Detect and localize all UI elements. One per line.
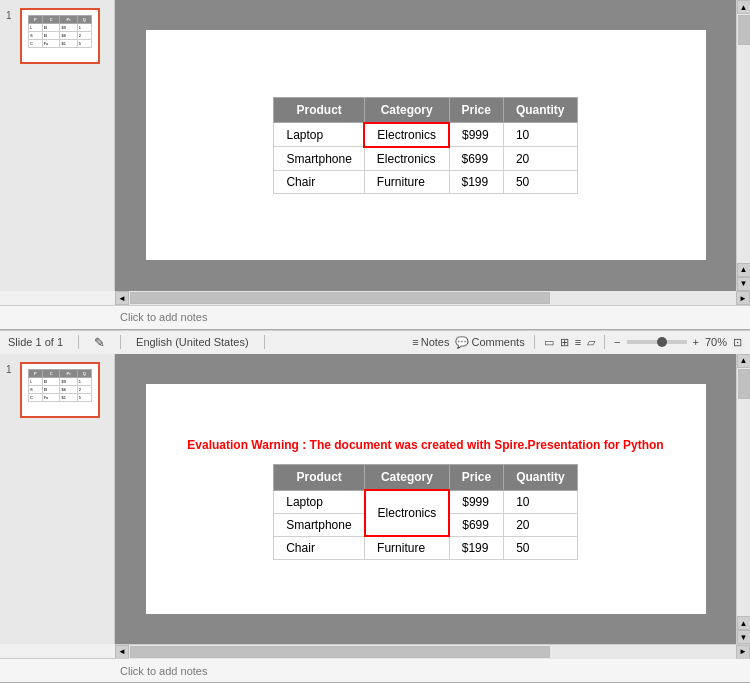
table-row: Laptop Electronics $999 10 (274, 123, 577, 147)
bottom-panel-main: 1 PCPrQ LEl$91 SEl$62 CFu$15 (0, 354, 750, 645)
top-thumb-inner: PCPrQ LEl$91 SEl$62 CFu$15 (25, 12, 95, 60)
bottom-header-quantity: Quantity (504, 465, 578, 491)
bottom-r1c3: 20 (504, 513, 578, 536)
top-product-table: Product Category Price Quantity Laptop E… (273, 97, 577, 194)
top-slide-number: 1 (6, 10, 16, 21)
top-panel: 1 PCPrQ LEl$91 SEl$62 CFu$15 (0, 0, 750, 330)
scroll-thumb-bottom-h[interactable] (130, 646, 550, 658)
bottom-product-table: Product Category Price Quantity Laptop E… (273, 464, 578, 560)
table-row: Laptop Electronics $999 10 (274, 490, 578, 513)
scroll-thumb-bottom-v[interactable] (738, 369, 750, 399)
bottom-header-product: Product (274, 465, 365, 491)
view-normal-icon[interactable]: ▭ (544, 336, 554, 349)
bottom-notes-bar[interactable]: Click to add notes (0, 658, 750, 682)
bottom-r0c2: $999 (449, 490, 503, 513)
top-slide-canvas: Product Category Price Quantity Laptop E… (146, 30, 706, 260)
bottom-slide-area[interactable]: Evaluation Warning : The document was cr… (115, 354, 736, 645)
top-r0c0: Laptop (274, 123, 364, 147)
scroll-track-top-h[interactable] (129, 291, 736, 305)
top-r2c2: $199 (449, 170, 503, 193)
top-click-to-add-notes[interactable]: Click to add notes (120, 311, 207, 323)
bottom-slide-canvas: Evaluation Warning : The document was cr… (146, 384, 706, 614)
bottom-thumb-table: PCPrQ LEl$91 SEl$62 CFu$15 (28, 369, 92, 402)
status-divider-5 (604, 335, 605, 349)
scroll-track-top[interactable] (737, 14, 751, 263)
zoom-plus-btn[interactable]: + (693, 336, 699, 348)
top-sidebar: 1 PCPrQ LEl$91 SEl$62 CFu$15 (0, 0, 115, 291)
bottom-r0c1-merged: Electronics (365, 490, 450, 536)
top-r1c0: Smartphone (274, 147, 364, 171)
top-notes-bar[interactable]: Click to add notes (0, 305, 750, 329)
bottom-r2c0: Chair (274, 536, 365, 560)
bottom-sidebar: 1 PCPrQ LEl$91 SEl$62 CFu$15 (0, 354, 115, 645)
zoom-percent: 70% (705, 336, 727, 348)
top-slide-area[interactable]: Product Category Price Quantity Laptop E… (115, 0, 736, 291)
scroll-up-arrow[interactable]: ▲ (737, 0, 751, 14)
bottom-scroll-down-arrow-2[interactable]: ▼ (737, 630, 751, 644)
edit-icon[interactable]: ✎ (94, 335, 105, 350)
bottom-panel: 1 PCPrQ LEl$91 SEl$62 CFu$15 (0, 354, 750, 684)
scroll-track-bottom-h[interactable] (129, 645, 736, 659)
bottom-thumb[interactable]: PCPrQ LEl$91 SEl$62 CFu$15 (20, 362, 100, 418)
comments-icon: 💬 (455, 336, 469, 349)
table-row: Chair Furniture $199 50 (274, 536, 578, 560)
top-header-price: Price (449, 97, 503, 123)
table-row: Smartphone Electronics $699 20 (274, 147, 577, 171)
top-header-category: Category (364, 97, 449, 123)
notes-btn[interactable]: ≡ Notes (412, 336, 449, 348)
bottom-r0c0: Laptop (274, 490, 365, 513)
notes-label[interactable]: Notes (421, 336, 450, 348)
top-r2c1: Furniture (364, 170, 449, 193)
bottom-click-to-add-notes[interactable]: Click to add notes (120, 665, 207, 677)
top-r1c3: 20 (503, 147, 577, 171)
view-grid-icon[interactable]: ⊞ (560, 336, 569, 349)
language-label: English (United States) (136, 336, 249, 348)
scroll-right-arrow-top[interactable]: ► (736, 291, 750, 305)
table-row: Chair Furniture $199 50 (274, 170, 577, 193)
bottom-scroll-up-arrow[interactable]: ▲ (737, 354, 751, 368)
status-right-group: ≡ Notes 💬 Comments ▭ ⊞ ≡ ▱ − + 70% ⊡ (412, 335, 742, 349)
bottom-scroll-down-arrow-1[interactable]: ▲ (737, 616, 751, 630)
top-r2c0: Chair (274, 170, 364, 193)
top-thumb-container: 1 PCPrQ LEl$91 SEl$62 CFu$15 (6, 8, 108, 64)
top-r1c1: Electronics (364, 147, 449, 171)
bottom-scrollbar-v[interactable]: ▲ ▲ ▼ (736, 354, 750, 645)
scroll-down-arrow-2[interactable]: ▼ (737, 277, 751, 291)
scroll-left-arrow-top[interactable]: ◄ (115, 291, 129, 305)
top-thumb[interactable]: PCPrQ LEl$91 SEl$62 CFu$15 (20, 8, 100, 64)
zoom-minus-btn[interactable]: − (614, 336, 620, 348)
status-divider-1 (78, 335, 79, 349)
top-scrollbar-v[interactable]: ▲ ▲ ▼ (736, 0, 750, 291)
bottom-r1c0: Smartphone (274, 513, 365, 536)
comments-btn[interactable]: 💬 Comments (455, 336, 524, 349)
scroll-left-arrow-bottom[interactable]: ◄ (115, 645, 129, 659)
bottom-header-category: Category (365, 465, 450, 491)
top-header-quantity: Quantity (503, 97, 577, 123)
status-divider-3 (264, 335, 265, 349)
view-outline-icon[interactable]: ≡ (575, 336, 581, 348)
scroll-thumb-top-h[interactable] (130, 292, 550, 304)
scroll-thumb-top-v[interactable] (738, 15, 750, 45)
top-header-product: Product (274, 97, 364, 123)
top-scrollbar-h[interactable]: ◄ ► (115, 291, 750, 305)
view-reading-icon[interactable]: ▱ (587, 336, 595, 349)
bottom-slide-number: 1 (6, 364, 16, 375)
eval-warning: Evaluation Warning : The document was cr… (187, 437, 663, 454)
fit-page-btn[interactable]: ⊡ (733, 336, 742, 349)
comments-label[interactable]: Comments (471, 336, 524, 348)
scroll-down-arrow-1[interactable]: ▲ (737, 263, 751, 277)
status-bar: Slide 1 of 1 ✎ English (United States) ≡… (0, 330, 750, 354)
scroll-right-arrow-bottom[interactable]: ► (736, 645, 750, 659)
bottom-r2c3: 50 (504, 536, 578, 560)
top-r0c2: $999 (449, 123, 503, 147)
zoom-slider[interactable] (627, 340, 687, 344)
top-r1c2: $699 (449, 147, 503, 171)
top-r0c3: 10 (503, 123, 577, 147)
top-panel-main: 1 PCPrQ LEl$91 SEl$62 CFu$15 (0, 0, 750, 291)
bottom-thumb-container: 1 PCPrQ LEl$91 SEl$62 CFu$15 (6, 362, 108, 418)
bottom-r1c2: $699 (449, 513, 503, 536)
bottom-r2c2: $199 (449, 536, 503, 560)
status-divider-4 (534, 335, 535, 349)
bottom-scrollbar-h[interactable]: ◄ ► (115, 644, 750, 658)
scroll-track-bottom[interactable] (737, 368, 751, 617)
